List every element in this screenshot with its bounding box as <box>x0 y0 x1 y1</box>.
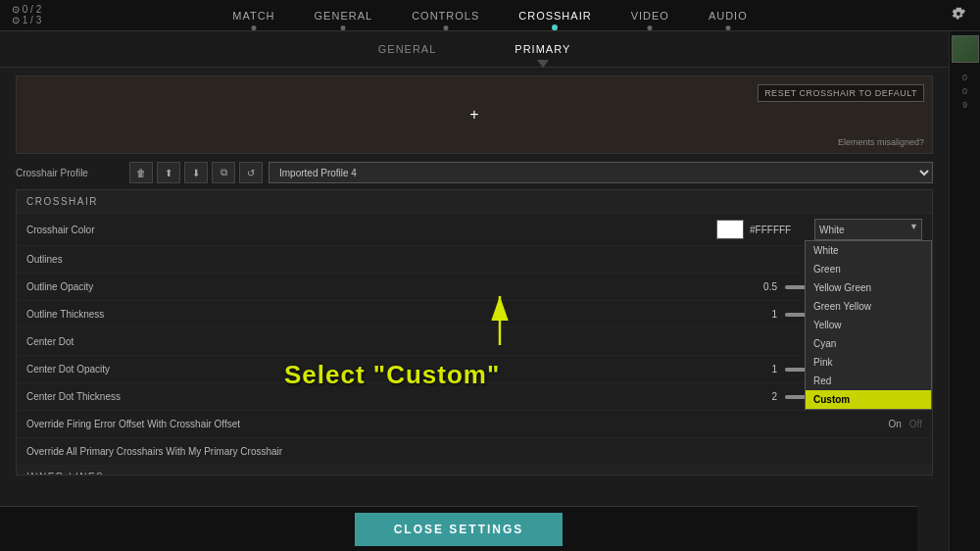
override-all-primary-label: Override All Primary Crosshairs With My … <box>26 446 922 457</box>
crosshair-preview: + <box>469 106 478 124</box>
profile-label: Crosshair Profile <box>16 168 123 178</box>
override-firing-off[interactable]: Off <box>909 419 922 429</box>
sidebar-stat-0: 0 <box>962 73 967 82</box>
close-settings-button[interactable]: CLOSE SETTINGS <box>355 513 564 546</box>
center-dot-opacity-row: Center Dot Opacity 1 <box>17 356 932 383</box>
crosshair-color-control: #FFFFFF White ▼ <box>716 219 922 240</box>
section-crosshair-title: CROSSHAIR <box>17 190 932 214</box>
dropdown-pink[interactable]: Pink <box>806 353 931 372</box>
outline-opacity-value: 0.5 <box>738 281 777 292</box>
center-dot-thickness-label: Center Dot Thickness <box>26 391 738 402</box>
tab-primary[interactable]: PRIMARY <box>514 39 570 59</box>
nav-video[interactable]: VIDEO <box>631 4 669 27</box>
nav-match[interactable]: MATCH <box>232 4 274 27</box>
main-content: GENERAL PRIMARY + RESET CROSSHAIR TO DEF… <box>0 31 949 551</box>
nav-audio[interactable]: AUDIO <box>709 4 748 27</box>
outline-thickness-label: Outline Thickness <box>26 309 738 320</box>
preview-area: + RESET CROSSHAIR TO DEFAULT Elements mi… <box>16 75 933 154</box>
nav-items: MATCH GENERAL CONTROLS CROSSHAIR VIDEO A… <box>232 4 747 27</box>
center-dot-row: Center Dot On Off <box>17 328 932 356</box>
settings-panel: CROSSHAIR Crosshair Color #FFFFFF White … <box>16 189 933 476</box>
center-dot-opacity-value: 1 <box>738 364 777 375</box>
nav-crosshair[interactable]: CROSSHAIR <box>518 4 591 27</box>
misaligned-link[interactable]: Elements misaligned? <box>838 137 924 147</box>
center-dot-label: Center Dot <box>26 336 889 347</box>
stat-line2: ⊙ 1 / 3 <box>12 15 41 25</box>
profile-icons: 🗑 ⬆ ⬇ ⧉ ↺ <box>129 162 263 183</box>
top-navigation: ⊙ 0 / 2 ⊙ 1 / 3 MATCH GENERAL CONTROLS C… <box>0 0 980 31</box>
scroll-panel[interactable]: CROSSHAIR Crosshair Color #FFFFFF White … <box>17 190 932 475</box>
stat-line1: ⊙ 0 / 2 <box>12 4 41 15</box>
tab-bar: GENERAL PRIMARY <box>0 31 949 68</box>
color-swatch[interactable] <box>716 220 744 239</box>
dropdown-green[interactable]: Green <box>806 260 931 278</box>
outline-thickness-value: 1 <box>738 309 777 320</box>
override-firing-toggle: On Off <box>889 419 923 429</box>
profile-reset-button[interactable]: ↺ <box>239 162 263 183</box>
section-inner-lines-title: INNER LINES <box>17 466 932 475</box>
stats-display: ⊙ 0 / 2 ⊙ 1 / 3 <box>12 4 41 25</box>
dropdown-yellow-green[interactable]: Yellow Green <box>806 278 931 297</box>
reset-crosshair-button[interactable]: RESET CROSSHAIR TO DEFAULT <box>758 84 924 102</box>
nav-general[interactable]: GENERAL <box>315 4 373 27</box>
close-settings-bar: CLOSE SETTINGS <box>0 506 917 551</box>
dropdown-red[interactable]: Red <box>806 372 931 390</box>
color-dropdown-wrapper: White ▼ <box>814 219 922 240</box>
settings-gear-icon[interactable] <box>951 6 970 25</box>
override-firing-label: Override Firing Error Offset With Crossh… <box>26 419 889 429</box>
outlines-row: Outlines On <box>17 246 932 274</box>
profile-download-button[interactable]: ⬇ <box>184 162 208 183</box>
override-firing-on[interactable]: On <box>889 419 902 429</box>
override-firing-row: Override Firing Error Offset With Crossh… <box>17 411 932 438</box>
sidebar-stat-1: 0 <box>962 86 967 96</box>
center-dot-thickness-value: 2 <box>738 391 777 402</box>
profile-delete-button[interactable]: 🗑 <box>129 162 153 183</box>
crosshair-color-label: Crosshair Color <box>26 225 716 235</box>
color-dropdown-menu: White Green Yellow Green Green Yellow Ye… <box>805 240 932 410</box>
crosshair-color-row: Crosshair Color #FFFFFF White ▼ <box>17 214 932 246</box>
outline-thickness-row: Outline Thickness 1 <box>17 301 932 328</box>
dropdown-white[interactable]: White <box>806 241 931 260</box>
tab-general[interactable]: GENERAL <box>378 39 437 59</box>
sidebar-stat-2: 9 <box>962 100 967 110</box>
dropdown-cyan[interactable]: Cyan <box>806 334 931 353</box>
dropdown-green-yellow[interactable]: Green Yellow <box>806 297 931 316</box>
outline-opacity-label: Outline Opacity <box>26 281 738 292</box>
override-all-primary-row: Override All Primary Crosshairs With My … <box>17 438 932 466</box>
outline-opacity-row: Outline Opacity 0.5 <box>17 274 932 301</box>
nav-controls[interactable]: CONTROLS <box>412 4 479 27</box>
center-dot-opacity-label: Center Dot Opacity <box>26 364 738 375</box>
dropdown-yellow[interactable]: Yellow <box>806 316 931 334</box>
right-sidebar: 0 0 9 <box>949 31 980 551</box>
color-hex-value: #FFFFFF <box>750 225 808 235</box>
dropdown-custom[interactable]: Custom <box>806 390 931 409</box>
profile-select[interactable]: Imported Profile 4 <box>269 162 933 183</box>
outlines-label: Outlines <box>26 254 875 265</box>
center-dot-thickness-row: Center Dot Thickness 2 <box>17 383 932 411</box>
profile-bar: Crosshair Profile 🗑 ⬆ ⬇ ⧉ ↺ Imported Pro… <box>16 162 933 183</box>
profile-copy-button[interactable]: ⧉ <box>212 162 235 183</box>
color-dropdown[interactable]: White <box>814 219 922 240</box>
avatar <box>952 35 979 63</box>
profile-upload-button[interactable]: ⬆ <box>157 162 180 183</box>
